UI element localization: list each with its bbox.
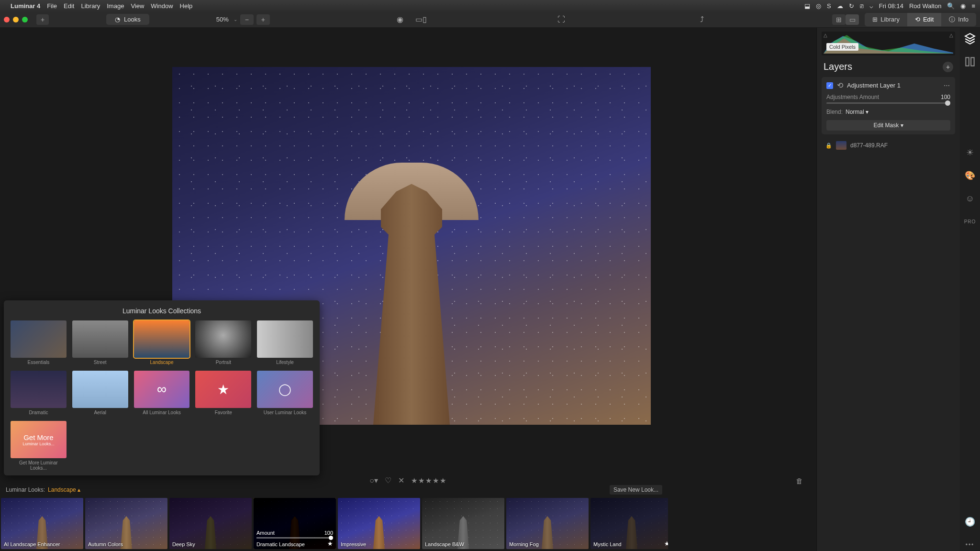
collection-landscape-label: Landscape [134, 360, 190, 365]
looks-collections-popup: Luminar Looks Collections Essentials Str… [4, 300, 320, 475]
menubar-user[interactable]: Rod Walton [909, 2, 941, 10]
menu-edit[interactable]: Edit [64, 2, 74, 10]
collection-aerial-label: Aerial [72, 410, 128, 415]
look-mystic-land[interactable]: Mystic Land ★ [590, 498, 668, 549]
collection-portrait[interactable]: Portrait [195, 320, 251, 365]
blend-mode-dropdown[interactable]: Normal ▾ [846, 109, 869, 115]
adjustments-amount-value: 100 [941, 94, 950, 100]
pro-panel-icon[interactable]: PRO [964, 215, 976, 228]
layers-panel-icon[interactable] [964, 33, 976, 45]
trash-icon[interactable]: 🗑 [796, 477, 803, 485]
layer-menu-icon[interactable]: ⋯ [944, 82, 950, 89]
tab-info-label: Info [958, 16, 969, 23]
menubar-cloud-icon[interactable]: ☁ [837, 2, 843, 10]
tab-library[interactable]: ⊞ Library [865, 13, 907, 26]
clip-highlights-icon[interactable]: △ [949, 33, 953, 38]
window-close[interactable] [4, 17, 10, 22]
collection-landscape[interactable]: Landscape [134, 320, 190, 365]
menu-library[interactable]: Library [81, 2, 100, 10]
blend-label: Blend: [826, 109, 843, 115]
look-impressive[interactable]: Impressive [338, 498, 420, 549]
tab-info[interactable]: ⓘ Info [941, 13, 976, 26]
add-layer-button[interactable]: + [943, 62, 953, 72]
collection-user[interactable]: ◯ User Luminar Looks [257, 371, 313, 415]
menu-view[interactable]: View [131, 2, 144, 10]
menubar-dropbox-icon[interactable]: ⬓ [804, 2, 810, 10]
collection-essentials-label: Essentials [11, 360, 67, 365]
menu-window[interactable]: Window [151, 2, 173, 10]
histogram[interactable]: Cold Pixels △ △ [822, 32, 955, 55]
layer-adjust-icon: ⟲ [837, 81, 843, 90]
menu-help[interactable]: Help [180, 2, 193, 10]
collection-essentials[interactable]: Essentials [11, 320, 67, 365]
save-new-look-button[interactable]: Save New Look... [610, 485, 662, 495]
export-icon[interactable]: ⤴ [694, 14, 710, 25]
look-deep-sky[interactable]: Deep Sky [169, 498, 252, 549]
look-amount-value: 100 [324, 530, 333, 536]
zoom-in-button[interactable]: + [256, 14, 270, 25]
clip-shadows-icon[interactable]: △ [824, 33, 827, 38]
menubar-search-icon[interactable]: 🔍 [947, 2, 955, 10]
grid-view-icon[interactable]: ⊞ [832, 14, 846, 25]
look-dramatic-landscape[interactable]: Amount 100 Dramatic Landscape ★ [254, 498, 336, 549]
zoom-level[interactable]: 50% [216, 16, 229, 23]
menubar-sync-icon[interactable]: ◎ [816, 2, 821, 10]
look-label: Landscape B&W [425, 541, 464, 547]
look-ai-landscape-enhancer[interactable]: AI Landscape Enhancer [1, 498, 83, 549]
single-view-icon[interactable]: ▭ [846, 14, 859, 25]
crop-icon[interactable]: ⛶ [554, 14, 569, 25]
tab-edit-label: Edit [923, 16, 934, 23]
look-morning-fog[interactable]: Morning Fog [506, 498, 589, 549]
zoom-chevron-icon[interactable]: ⌄ [234, 17, 237, 22]
window-minimize[interactable] [13, 17, 19, 22]
light-panel-icon[interactable]: ☀ [964, 146, 976, 159]
menubar-notifications-icon[interactable]: ≡ [971, 2, 975, 10]
creative-panel-icon[interactable]: 🎨 [964, 169, 976, 182]
window-traffic-lights [4, 17, 28, 22]
zoom-out-button[interactable]: − [240, 14, 254, 25]
look-landscape-bw[interactable]: Landscape B&W [422, 498, 504, 549]
menubar-siri-icon[interactable]: ◉ [960, 2, 966, 10]
layers-title: Layers [824, 61, 852, 72]
layer-adjustment-1[interactable]: ✓ ⟲ Adjustment Layer 1 ⋯ Adjustments Amo… [822, 77, 955, 134]
tab-edit[interactable]: ⟲ Edit [907, 13, 941, 26]
compare-icon[interactable]: ▭▯ [413, 14, 429, 25]
looks-collection-dropdown[interactable]: Landscape ▴ [48, 486, 80, 493]
collection-favorite[interactable]: ★ Favorite [195, 371, 251, 415]
window-maximize[interactable] [22, 17, 28, 22]
menu-image[interactable]: Image [107, 2, 124, 10]
edit-mask-button[interactable]: Edit Mask ▾ [826, 120, 950, 131]
more-options-icon[interactable]: ••• [964, 539, 976, 551]
layer-visible-checkbox[interactable]: ✓ [826, 82, 833, 89]
canvas-panel-icon[interactable] [964, 55, 976, 68]
app-name[interactable]: Luminar 4 [11, 2, 40, 10]
preview-eye-icon[interactable]: ◉ [392, 14, 408, 25]
layer-name: Adjustment Layer 1 [847, 82, 940, 89]
collection-all[interactable]: ∞ All Luminar Looks [134, 371, 190, 415]
collection-dramatic[interactable]: Dramatic [11, 371, 67, 415]
add-tab-button[interactable]: + [36, 14, 49, 25]
collection-street[interactable]: Street [72, 320, 128, 365]
look-amount-slider[interactable] [256, 537, 333, 539]
history-icon[interactable]: 🕘 [964, 516, 976, 528]
look-favorite-star-icon[interactable]: ★ [327, 540, 333, 547]
looks-button[interactable]: ◔ Looks [106, 14, 149, 25]
menubar-timemachine-icon[interactable]: ↻ [849, 2, 854, 10]
collection-get-more[interactable]: Get More Luminar Looks... Get More Lumin… [11, 421, 67, 471]
menu-file[interactable]: File [47, 2, 57, 10]
adjustments-amount-slider[interactable] [826, 102, 950, 104]
menubar-display-icon[interactable]: ⎚ [860, 2, 864, 10]
info-icon: ⓘ [949, 15, 955, 24]
collection-aerial[interactable]: Aerial [72, 371, 128, 415]
look-favorite-star-icon[interactable]: ★ [664, 540, 668, 547]
base-layer[interactable]: 🔒 d877-489.RAF [817, 138, 960, 153]
menubar-wifi-icon[interactable]: ⌵ [869, 2, 873, 10]
collection-lifestyle[interactable]: Lifestyle [257, 320, 313, 365]
macos-menubar: Luminar 4 File Edit Library Image View W… [0, 0, 980, 11]
look-label: Autumn Colors [88, 541, 123, 547]
collection-user-label: User Luminar Looks [257, 410, 313, 415]
menubar-s-icon[interactable]: S [827, 2, 831, 10]
look-autumn-colors[interactable]: Autumn Colors [85, 498, 167, 549]
portrait-panel-icon[interactable]: ☺ [964, 192, 976, 205]
menubar-clock[interactable]: Fri 08:14 [879, 2, 903, 10]
